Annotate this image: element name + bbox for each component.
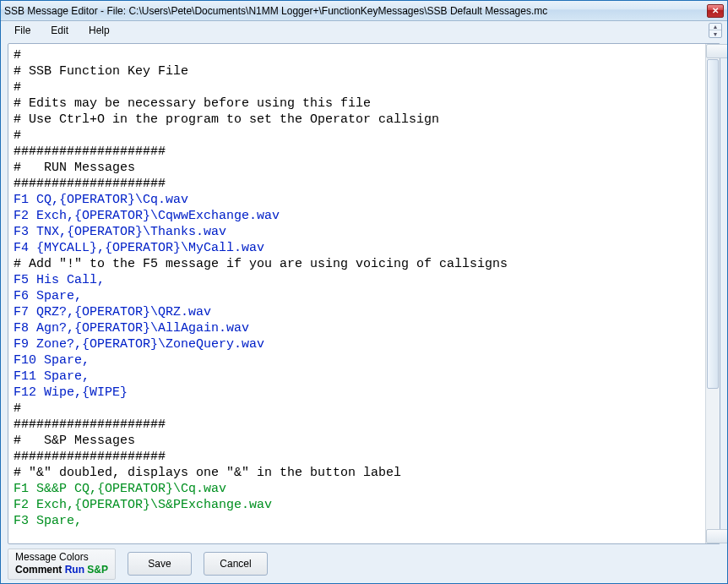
bottombar: Message Colors Comment Run S&P Save Canc… (1, 548, 727, 583)
menu-file[interactable]: File (6, 23, 39, 38)
scroll-up-icon[interactable]: ▲ (706, 44, 728, 58)
editor-line: F3 TNX,{OPERATOR}\Thanks.wav (14, 224, 700, 240)
editor-line: F9 Zone?,{OPERATOR}\ZoneQuery.wav (14, 336, 700, 352)
menubar: File Edit Help ▲ ▼ (1, 21, 727, 40)
editor-line: F12 Wipe,{WIPE} (14, 385, 700, 401)
chevron-up-icon[interactable]: ▲ (709, 24, 721, 30)
editor-line: F2 Exch,{OPERATOR}\S&PExchange.wav (14, 497, 700, 513)
close-icon[interactable]: ✕ (707, 4, 724, 18)
editor-line: # (14, 401, 700, 417)
legend-title: Message Colors (15, 551, 108, 564)
menu-edit[interactable]: Edit (42, 23, 77, 38)
editor-line: F1 CQ,{OPERATOR}\Cq.wav (14, 192, 700, 208)
legend-sp: S&P (87, 564, 108, 576)
chevron-down-icon[interactable]: ▼ (709, 30, 721, 37)
editor[interactable]: ## SSB Function Key File## Edits may be … (8, 44, 705, 543)
editor-line: # SSB Function Key File (14, 63, 700, 79)
editor-line: # Edits may be necessary before using th… (14, 96, 700, 112)
editor-line: F3 Spare, (14, 513, 700, 529)
editor-line: # (14, 128, 700, 144)
scroll-down-icon[interactable]: ▼ (706, 529, 728, 543)
editor-container: ## SSB Function Key File## Edits may be … (8, 43, 720, 544)
editor-line: F2 Exch,{OPERATOR}\CqwwExchange.wav (14, 208, 700, 224)
editor-line: #################### (14, 176, 700, 192)
save-button[interactable]: Save (128, 552, 192, 576)
editor-line: # "&" doubled, displays one "&" in the b… (14, 465, 700, 481)
scroll-thumb[interactable] (707, 59, 719, 389)
legend-run: Run (65, 564, 84, 576)
window-title: SSB Message Editor - File: C:\Users\Pete… (4, 5, 707, 17)
editor-line: F4 {MYCALL},{OPERATOR}\MyCall.wav (14, 240, 700, 256)
scrollbar[interactable]: ▲ ▼ (705, 44, 720, 543)
titlebar: SSB Message Editor - File: C:\Users\Pete… (1, 1, 727, 21)
editor-line: F11 Spare, (14, 368, 700, 385)
color-legend: Message Colors Comment Run S&P (8, 549, 116, 580)
editor-line: F10 Spare, (14, 352, 700, 368)
editor-line: # S&P Messages (14, 433, 700, 449)
editor-line: # (14, 79, 700, 96)
editor-line: F7 QRZ?,{OPERATOR}\QRZ.wav (14, 304, 700, 320)
editor-line: F1 S&&P CQ,{OPERATOR}\Cq.wav (14, 481, 700, 497)
stepper[interactable]: ▲ ▼ (709, 23, 722, 38)
editor-line: #################### (14, 417, 700, 433)
menu-help[interactable]: Help (80, 23, 118, 38)
cancel-button[interactable]: Cancel (204, 552, 268, 576)
editor-line: # RUN Messages (14, 160, 700, 176)
editor-line: F8 Agn?,{OPERATOR}\AllAgain.wav (14, 320, 700, 336)
editor-line: # Add "!" to the F5 message if you are u… (14, 256, 700, 272)
editor-line: #################### (14, 449, 700, 465)
editor-line: F5 His Call, (14, 272, 700, 288)
editor-line: F6 Spare, (14, 288, 700, 304)
editor-line: # (14, 47, 700, 63)
editor-line: # Use Ctrl+O in the program to set the O… (14, 112, 700, 128)
legend-comment: Comment (15, 564, 62, 576)
editor-line: #################### (14, 144, 700, 160)
